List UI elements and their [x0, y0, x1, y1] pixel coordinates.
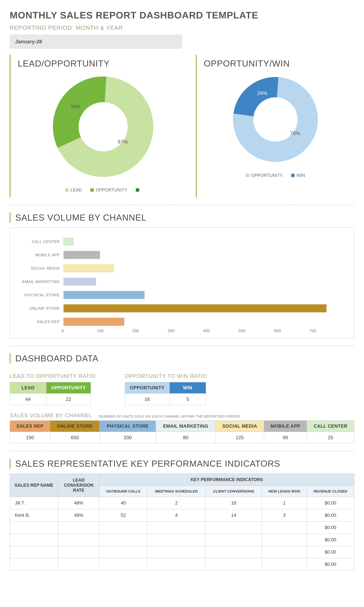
table-cell[interactable]	[206, 521, 262, 534]
table-cell[interactable]	[147, 546, 206, 558]
axis-tick: 500	[239, 328, 274, 333]
table-cell[interactable]	[262, 558, 307, 570]
slice-label-win: 24%	[257, 90, 267, 96]
table-cell[interactable]: 40	[99, 497, 147, 509]
table-cell[interactable]: $0.00	[307, 546, 354, 558]
table-cell[interactable]: 44	[10, 394, 46, 405]
table-cell[interactable]: 90	[264, 432, 307, 443]
table-cell[interactable]: 18	[206, 497, 262, 509]
legend-item: LEAD	[65, 187, 82, 193]
bar-fill	[64, 291, 144, 299]
table-cell[interactable]	[58, 546, 99, 558]
table-header: CALL CENTER	[307, 421, 354, 432]
table-cell[interactable]: 14	[206, 509, 262, 521]
table-cell[interactable]: $0.00	[307, 521, 354, 534]
table-cell[interactable]: 48%	[58, 509, 99, 521]
sales-volume-bar-chart: CALL CENTER MOBILE APP SOCIAL MEDIA EMAI…	[10, 227, 354, 338]
table-cell[interactable]	[10, 546, 58, 558]
bar-track	[63, 278, 347, 286]
table-cell[interactable]	[58, 534, 99, 546]
table-cell[interactable]: 5	[169, 394, 206, 405]
bar-label: SOCIAL MEDIA	[17, 266, 63, 271]
table-cell[interactable]	[10, 558, 58, 570]
bar-fill	[64, 318, 124, 326]
table-cell[interactable]	[99, 521, 147, 534]
table-cell[interactable]: 150	[10, 432, 50, 443]
table-cell[interactable]	[262, 546, 307, 558]
bar-fill	[64, 238, 74, 246]
table-title: OPPORTUNITY TO WIN RATIO	[125, 373, 207, 379]
table-cell[interactable]: 4	[147, 509, 206, 521]
table-header: MEETINGS SCHEDULED	[147, 486, 206, 497]
chart-title: LEAD/OPPORTUNITY	[18, 58, 189, 68]
table-cell[interactable]: 48%	[58, 497, 99, 509]
bar-track	[63, 304, 347, 312]
section-title: SALES REPRESENTATIVE KEY PERFORMANCE IND…	[10, 459, 354, 469]
table-header: ONLINE STORE	[50, 421, 100, 432]
bar-track	[63, 238, 347, 246]
table-row: Jill T. 48%402181$0.00	[10, 497, 354, 509]
table-cell[interactable]	[206, 558, 262, 570]
table-title: SALES VOLUME BY CHANNEL	[10, 412, 92, 419]
donut-icon	[229, 73, 322, 166]
donut-icon	[50, 73, 156, 180]
table-cell[interactable]	[262, 521, 307, 534]
section-title: SALES VOLUME BY CHANNEL	[10, 212, 354, 223]
table-cell[interactable]: 80	[156, 432, 216, 443]
bar-label: ONLINE STORE	[17, 306, 63, 311]
table-cell[interactable]	[10, 521, 58, 534]
table-cell[interactable]: 125	[216, 432, 264, 443]
reporting-period-input[interactable]: January-28	[10, 35, 182, 49]
table-cell[interactable]: Kent B.	[10, 509, 58, 521]
table-cell[interactable]	[58, 558, 99, 570]
table-cell[interactable]	[99, 558, 147, 570]
table-cell[interactable]	[147, 558, 206, 570]
table-cell[interactable]	[147, 534, 206, 546]
table-header: LEAD	[10, 382, 46, 394]
page-subtitle: REPORTING PERIOD: MONTH & YEAR	[10, 24, 354, 31]
table-cell[interactable]: Jill T.	[10, 497, 58, 509]
table-cell[interactable]: $0.00	[307, 534, 354, 546]
table-cell[interactable]	[206, 534, 262, 546]
legend-item: OPPORTUNITY	[246, 173, 283, 178]
table-cell[interactable]	[262, 534, 307, 546]
opportunity-win-ratio-table: OPPORTUNITY WIN 16 5	[125, 382, 206, 405]
bar-fill	[64, 264, 114, 272]
table-cell[interactable]	[10, 534, 58, 546]
bar-track	[63, 251, 347, 259]
table-cell[interactable]: 650	[50, 432, 100, 443]
table-cell[interactable]: 1	[262, 497, 307, 509]
table-header: SALES REP	[10, 421, 50, 432]
slice-label-lead: 67%	[118, 139, 128, 145]
table-cell[interactable]: 200	[100, 432, 156, 443]
table-cell[interactable]: 2	[147, 497, 206, 509]
table-row: $0.00	[10, 534, 354, 546]
table-cell[interactable]: $0.00	[307, 558, 354, 570]
table-cell[interactable]: 3	[262, 509, 307, 521]
table-cell[interactable]: 16	[125, 394, 169, 405]
table-cell[interactable]: 25	[307, 432, 354, 443]
table-row: $0.00	[10, 521, 354, 534]
table-cell[interactable]	[147, 521, 206, 534]
divider	[10, 205, 354, 205]
table-cell[interactable]	[99, 534, 147, 546]
table-cell[interactable]	[206, 546, 262, 558]
divider	[10, 451, 354, 451]
axis-tick: 600	[274, 328, 309, 333]
table-cell[interactable]: $0.00	[307, 497, 354, 509]
table-cell[interactable]	[99, 546, 147, 558]
table-cell[interactable]	[58, 521, 99, 534]
table-cell[interactable]: 52	[99, 509, 147, 521]
kpi-table: SALES REP NAME LEAD CONVERSION RATE KEY …	[10, 474, 354, 571]
table-header: LEAD CONVERSION RATE	[58, 474, 99, 497]
table-cell[interactable]: $0.00	[307, 509, 354, 521]
table-cell[interactable]: 22	[46, 394, 91, 405]
bar-track	[63, 264, 347, 272]
table-header: SALES REP NAME	[10, 474, 58, 497]
bar-track	[63, 291, 347, 299]
section-title: DASHBOARD DATA	[10, 353, 354, 363]
table-header: EMAIL MARKETING	[156, 421, 216, 432]
axis-tick: 0	[61, 328, 97, 333]
bar-fill	[64, 251, 100, 259]
table-row: $0.00	[10, 546, 354, 558]
